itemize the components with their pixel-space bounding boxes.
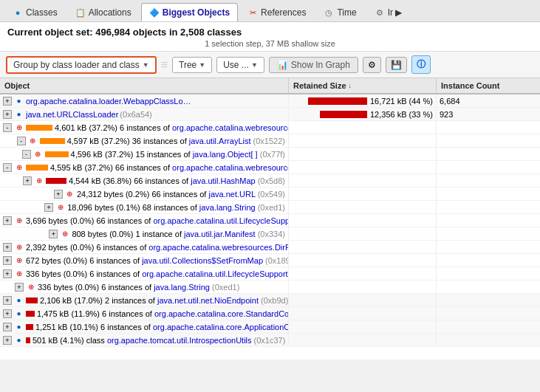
object-name: 336 bytes (0.0%) 6 instances of java.lan… xyxy=(38,283,239,292)
table-row[interactable]: + ⊕ 24,312 bytes (0.2%) 66 instances of … xyxy=(0,188,540,201)
instance-count-value: 923 xyxy=(440,110,453,119)
table-row[interactable]: + ● 1,475 kB (11.9%) 6 instances of org.… xyxy=(0,307,540,320)
class-icon: ● xyxy=(14,309,24,318)
table-row[interactable]: + ● 501 kB (4.1%) class org.apache.tomca… xyxy=(0,334,540,347)
table-row[interactable]: + ⊕ 3,696 bytes (0.0%) 66 instances of o… xyxy=(0,214,540,227)
table-row[interactable]: + ⊕ 4,544 kB (36.8%) 66 instances of jav… xyxy=(0,174,540,188)
table-row[interactable]: - ⊕ 4,596 kB (37.2%) 15 instances of jav… xyxy=(0,148,540,161)
row-retained-cell xyxy=(289,320,437,333)
row-instance-cell xyxy=(437,134,540,147)
tree-content: + ● org.apache.catalina.loader.WebappCla… xyxy=(0,94,540,347)
show-graph-button[interactable]: 📊 Show In Graph xyxy=(269,57,358,73)
row-object-cell: - ⊕ 4,601 kB (37.2%) 6 instances of org.… xyxy=(0,121,289,134)
row-instance-cell xyxy=(437,214,540,227)
summary-title: Current object set: 496,984 objects in 2… xyxy=(7,27,533,38)
instance-icon: ⊕ xyxy=(33,149,43,159)
row-instance-cell xyxy=(437,267,540,280)
table-row[interactable]: + ● 2,106 kB (17.0%) 2 instances of java… xyxy=(0,294,540,307)
row-retained-cell xyxy=(289,214,437,227)
row-object-cell: + ● org.apache.catalina.loader.WebappCla… xyxy=(0,94,289,107)
expander-icon[interactable]: + xyxy=(3,216,12,225)
table-row[interactable]: + ⊕ 336 bytes (0.0%) 6 instances of org.… xyxy=(0,267,540,281)
expander-icon[interactable]: + xyxy=(3,309,12,318)
references-icon: ✂ xyxy=(247,7,258,18)
tab-classes[interactable]: ● Classes xyxy=(4,3,66,21)
tab-allocations[interactable]: 📋 Allocations xyxy=(67,3,140,21)
expander-icon[interactable]: + xyxy=(3,243,12,252)
time-icon: ◷ xyxy=(324,7,334,18)
tab-references[interactable]: ✂ References xyxy=(239,3,314,21)
table-row[interactable]: + ● 1,251 kB (10.1%) 6 instances of org.… xyxy=(0,320,540,334)
table-row[interactable]: + ⊕ 672 bytes (0.0%) 6 instances of java… xyxy=(0,254,540,267)
group-by-label: Group by class loader and class xyxy=(13,60,140,70)
row-retained-cell xyxy=(289,121,437,134)
row-object-cell: + ⊕ 808 bytes (0.0%) 1 instance of java.… xyxy=(0,227,289,240)
object-name: 501 kB (4.1%) class org.apache.tomcat.ut… xyxy=(33,336,285,345)
row-object-cell: + ● java.net.URLClassLoader (0x6a54) xyxy=(0,108,289,120)
row-instance-cell: 923 xyxy=(437,108,540,120)
expander-icon[interactable]: + xyxy=(3,256,12,265)
row-retained-cell xyxy=(289,294,437,306)
save-button[interactable]: 💾 xyxy=(386,57,407,73)
object-name: 2,392 bytes (0.0%) 6 instances of org.ap… xyxy=(26,243,289,252)
expander-icon[interactable]: + xyxy=(23,176,32,185)
tab-allocations-label: Allocations xyxy=(89,7,131,18)
expander-icon[interactable]: + xyxy=(44,203,53,212)
info-button[interactable]: ⓘ xyxy=(411,55,431,74)
row-retained-cell xyxy=(289,201,437,213)
expander-icon[interactable]: + xyxy=(49,230,58,238)
instance-icon: ⊕ xyxy=(55,202,65,212)
expander-icon[interactable]: - xyxy=(3,123,12,132)
view-arrow: ▼ xyxy=(199,61,205,69)
row-object-cell: - ⊕ 4,596 kB (37.2%) 15 instances of jav… xyxy=(0,148,289,160)
inline-bar xyxy=(26,125,52,131)
tab-biggest-objects[interactable]: 🔷 Biggest Objects xyxy=(141,3,238,21)
instance-icon: ⊕ xyxy=(26,282,35,292)
group-by-dropdown[interactable]: Group by class loader and class ▼ xyxy=(6,56,157,74)
object-name: 18,096 bytes (0.1%) 68 instances of java… xyxy=(67,203,285,212)
classes-icon: ● xyxy=(13,7,23,18)
tab-references-label: References xyxy=(261,7,306,18)
expander-icon[interactable]: + xyxy=(3,110,12,119)
table-row[interactable]: - ⊕ 4,595 kB (37.2%) 66 instances of org… xyxy=(0,161,540,174)
instance-icon: ⊕ xyxy=(65,189,75,199)
use-dropdown[interactable]: Use ... ▼ xyxy=(216,57,264,73)
table-row[interactable]: + ⊕ 2,392 bytes (0.0%) 6 instances of or… xyxy=(0,241,540,254)
object-name: java.net.URLClassLoader xyxy=(26,110,118,119)
separator-1: ≡ xyxy=(161,58,168,72)
row-instance-cell xyxy=(437,148,540,160)
expander-icon[interactable]: + xyxy=(3,269,12,278)
expander-icon[interactable]: - xyxy=(3,163,12,172)
use-arrow: ▼ xyxy=(251,61,258,69)
inline-bar xyxy=(26,311,35,317)
expander-icon[interactable]: + xyxy=(3,296,12,305)
retained-size-value: 16,721 kB (44 %) xyxy=(370,97,433,106)
settings-button[interactable]: ⚙ xyxy=(363,57,381,73)
table-row[interactable]: - ⊕ 4,601 kB (37.2%) 6 instances of org.… xyxy=(0,121,540,134)
expander-icon[interactable]: + xyxy=(3,336,12,345)
expander-icon[interactable]: + xyxy=(3,323,12,331)
table-row[interactable]: + ⊕ 18,096 bytes (0.1%) 68 instances of … xyxy=(0,201,540,214)
table-row[interactable]: + ● org.apache.catalina.loader.WebappCla… xyxy=(0,94,540,108)
tab-time[interactable]: ◷ Time xyxy=(315,3,364,21)
col-header-retained-size[interactable]: Retained Size ↓ xyxy=(289,78,437,93)
table-row[interactable]: + ⊕ 808 bytes (0.0%) 1 instance of java.… xyxy=(0,227,540,241)
tab-ir[interactable]: ⚙ Ir ▶ xyxy=(366,3,411,21)
table-row[interactable]: - ⊕ 4,597 kB (37.2%) 36 instances of jav… xyxy=(0,134,540,148)
allocations-icon: 📋 xyxy=(75,7,86,18)
expander-icon[interactable]: + xyxy=(54,190,63,199)
object-name: 1,475 kB (11.9%) 6 instances of org.apac… xyxy=(37,309,289,318)
row-object-cell: + ⊕ 2,392 bytes (0.0%) 6 instances of or… xyxy=(0,241,289,253)
group-by-arrow: ▼ xyxy=(143,61,149,69)
view-dropdown[interactable]: Tree ▼ xyxy=(172,57,212,73)
expander-icon[interactable]: - xyxy=(17,137,26,145)
expander-icon[interactable]: - xyxy=(22,150,31,159)
table-row[interactable]: + ⊕ 336 bytes (0.0%) 6 instances of java… xyxy=(0,281,540,294)
class-icon: ● xyxy=(14,295,24,305)
expander-icon[interactable]: + xyxy=(3,97,12,106)
size-bar xyxy=(308,97,367,105)
table-row[interactable]: + ● java.net.URLClassLoader (0x6a54) 12,… xyxy=(0,108,540,121)
expander-icon[interactable]: + xyxy=(15,283,24,292)
row-instance-cell xyxy=(437,188,540,200)
row-retained-cell xyxy=(289,307,437,320)
